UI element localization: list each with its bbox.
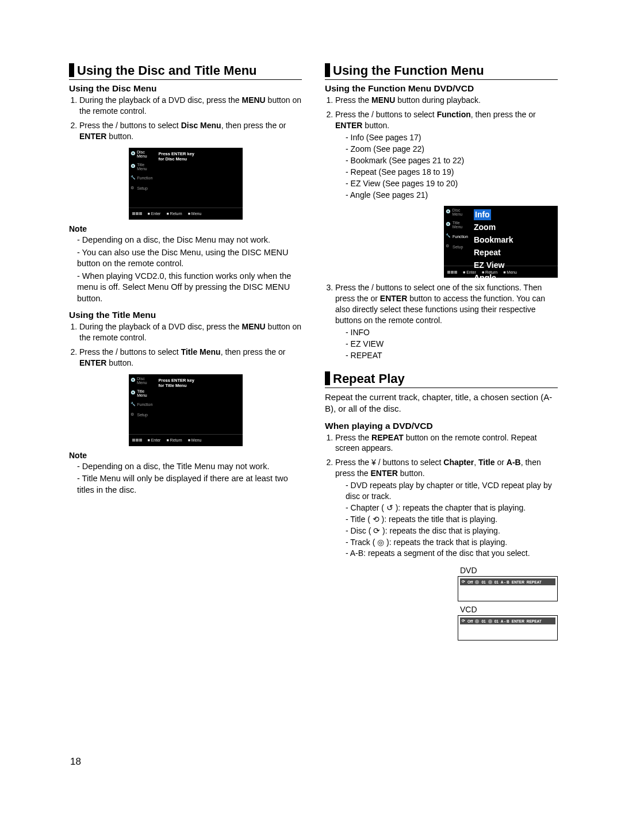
osd-foot: Menu xyxy=(191,212,202,216)
option-ref: A-B xyxy=(507,458,521,467)
osd-foot: Menu xyxy=(507,270,517,274)
title-icon: 💿 xyxy=(131,164,136,170)
section-heading-repeat-play: Repeat Play xyxy=(325,371,558,388)
sub-item: EZ VIEW xyxy=(346,339,558,350)
step-text: button during playback. xyxy=(395,95,481,105)
step-text: Press the / buttons to select Disc Menu,… xyxy=(79,120,302,142)
note-item: Depending on a disc, the Disc Menu may n… xyxy=(77,235,302,246)
left-column: Using the Disc and Title Menu Using the … xyxy=(69,63,302,640)
osd-list-item: Bookmark xyxy=(474,235,555,246)
osd-side-item: Setup xyxy=(137,413,148,417)
right-column: Using the Function Menu Using the Functi… xyxy=(325,63,558,640)
setup-icon: ⚙ xyxy=(446,244,451,250)
function-icon: 🔧 xyxy=(446,233,451,239)
title-icon: 💿 xyxy=(131,390,136,396)
osd-side-item: Disc Menu xyxy=(453,208,470,216)
disc-icon: 💿 xyxy=(131,151,136,157)
rep-ab: A - B xyxy=(501,619,509,623)
step-text: Press the / buttons to select xyxy=(79,121,181,130)
rep-n1: 01 xyxy=(481,580,485,584)
sub-item: Track ( ◎ ): repeats the track that is p… xyxy=(346,537,558,548)
osd-foot: Return xyxy=(485,270,497,274)
osd-disc-menu: 💿Disc Menu 💿Title Menu 🔧Function ⚙Setup … xyxy=(129,148,243,220)
manual-page: Using the Disc and Title Menu Using the … xyxy=(69,63,558,640)
osd-list-item: Repeat xyxy=(474,247,555,258)
button-ref-enter: ENTER xyxy=(370,469,397,478)
note-item: Depending on a disc, the Title Menu may … xyxy=(77,461,302,473)
osd-side-item: Function xyxy=(137,402,153,406)
step-text: Press the / buttons to select Title Menu… xyxy=(79,347,302,369)
sub-item: Chapter ( ↺ ): repeats the chapter that … xyxy=(346,503,558,513)
step-text: Press the xyxy=(335,433,371,442)
section-heading-disc-title-menu: Using the Disc and Title Menu xyxy=(69,63,302,80)
osd-list-item: Info xyxy=(474,209,491,220)
osd-title-menu: 💿Disc Menu 💿Title Menu 🔧Function ⚙Setup … xyxy=(129,374,243,446)
step-text: button. xyxy=(362,121,389,130)
note-label: Note xyxy=(69,224,302,233)
rep-n2: 01 xyxy=(494,619,499,623)
osd-side-item: Title Menu xyxy=(453,221,470,229)
repeat-icon: ⟳ xyxy=(462,580,465,584)
step-text: During the playback of a DVD disc, press… xyxy=(79,95,302,117)
button-ref-repeat: REPEAT xyxy=(371,433,404,442)
osd-side-item: Title Menu xyxy=(137,389,155,397)
button-ref-enter: ENTER xyxy=(380,294,407,303)
sub-item: INFO xyxy=(346,327,558,338)
step-text: Press the ¥ / buttons to select xyxy=(335,458,443,467)
page-number: 18 xyxy=(70,756,81,768)
dot-icon xyxy=(475,619,479,623)
step-text: button. xyxy=(398,469,425,478)
note-item: Title Menu will only be displayed if the… xyxy=(77,473,302,496)
osd-foot: Return xyxy=(170,212,182,216)
sub-item: REPEAT xyxy=(346,350,558,361)
setup-icon: ⚙ xyxy=(131,412,136,418)
repeat-label-dvd: DVD xyxy=(458,566,558,575)
rep-n1: 01 xyxy=(481,619,485,623)
osd-side-item: Disc Menu xyxy=(137,377,155,385)
sub-item: Repeat (See pages 18 to 19) xyxy=(346,167,558,178)
menu-item-ref: Disc Menu xyxy=(181,121,221,130)
osd-foot: Enter xyxy=(466,270,476,274)
osd-list-item: EZ View xyxy=(474,260,555,271)
step-text: , then press the or xyxy=(221,121,286,130)
step-text: During the playback of a DVD disc, press… xyxy=(79,321,302,343)
sub-item: Bookmark (See pages 21 to 22) xyxy=(346,155,558,166)
step-text: or xyxy=(495,458,507,467)
osd-side-item: Function xyxy=(137,176,153,180)
setup-icon: ⚙ xyxy=(131,186,136,191)
step-text: Press the REPEAT button on the remote co… xyxy=(335,432,558,454)
osd-foot: Return xyxy=(170,438,182,442)
step-text: Press the / buttons to select Function, … xyxy=(335,109,558,200)
menu-item-ref: Function xyxy=(437,110,471,119)
osd-text: Press ENTER key xyxy=(159,378,240,383)
disc-icon: 💿 xyxy=(131,378,136,383)
sub-item: DVD repeats play by chapter or title, VC… xyxy=(346,480,558,502)
osd-text: Press ENTER key xyxy=(159,151,240,156)
osd-function-menu: 💿Disc Menu 💿Title Menu 🔧Function ⚙Setup … xyxy=(444,206,558,278)
osd-list-item: Zoom xyxy=(474,222,555,233)
dot-icon xyxy=(488,619,492,623)
step-text: During the playback of a DVD disc, press… xyxy=(79,95,241,105)
section-heading-function-menu: Using the Function Menu xyxy=(325,63,558,80)
note-item: When playing VCD2.0, this function works… xyxy=(77,271,302,305)
button-ref-enter: ENTER xyxy=(79,358,106,367)
option-ref: Title xyxy=(478,458,495,467)
step-text: During the playback of a DVD disc, press… xyxy=(79,322,241,331)
step-text: Press the MENU button during playback. xyxy=(335,95,558,106)
osd-foot: Enter xyxy=(151,212,161,216)
subheading-function-menu-dvdvcd: Using the Function Menu DVD/VCD xyxy=(325,83,558,94)
sub-item: A-B: repeats a segment of the disc that … xyxy=(346,548,558,559)
step-text: Press the ¥ / buttons to select Chapter,… xyxy=(335,457,558,559)
note-label: Note xyxy=(69,451,302,460)
note-item: You can also use the Disc Menu, using th… xyxy=(77,247,302,270)
step-text: , xyxy=(474,458,478,467)
button-ref-enter: ENTER xyxy=(79,132,106,141)
sub-item: Disc ( ⟳ ): repeats the disc that is pla… xyxy=(346,526,558,536)
repeat-label-vcd: VCD xyxy=(458,605,558,614)
step-text: Press the xyxy=(335,95,371,105)
step-text: , then press the or xyxy=(471,110,536,119)
menu-item-ref: Title Menu xyxy=(181,347,221,356)
step-text: Press the / buttons to select xyxy=(79,347,181,356)
sub-item: Title ( ⟲ ): repeats the title that is p… xyxy=(346,514,558,525)
step-text: button. xyxy=(106,358,133,367)
